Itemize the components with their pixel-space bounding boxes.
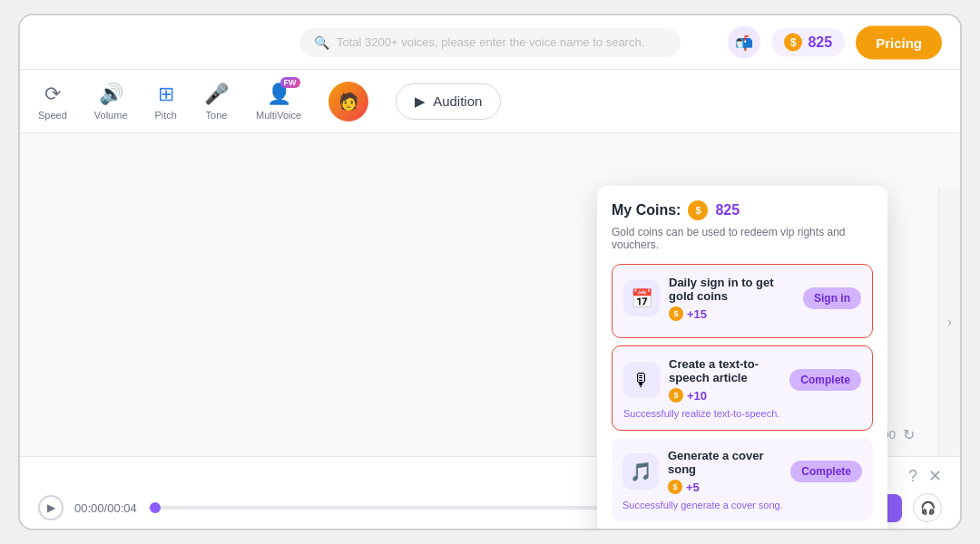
coins-header: My Coins: $ 825 [612, 200, 873, 220]
reward-item-top: 📅 Daily sign in to get gold coins $ +15 … [623, 276, 861, 321]
multivoice-tool[interactable]: 👤 FW MultiVoice [256, 83, 301, 121]
reward-info: Daily sign in to get gold coins $ +15 [669, 276, 794, 321]
reward-coins: $ +5 [668, 480, 781, 494]
reward-coins-amount: +5 [686, 481, 700, 494]
speed-tool[interactable]: ⟳ Speed [38, 83, 67, 121]
small-coin-icon: $ [669, 388, 683, 403]
avatar[interactable]: 🧑 [328, 82, 368, 121]
reward-info: Create a text-to-speech article $ +10 [669, 357, 780, 403]
reward-coins: $ +10 [669, 388, 780, 403]
reward-icon: 🎙 [623, 362, 660, 398]
reward-item: 🎙 Create a text-to-speech article $ +10 … [612, 345, 873, 431]
tone-label: Tone [206, 110, 228, 121]
close-icon[interactable]: ✕ [928, 466, 942, 486]
coins-header-amount: 825 [715, 202, 740, 219]
speed-label: Speed [38, 110, 67, 121]
pitch-label: Pitch [155, 110, 177, 121]
tone-tool[interactable]: 🎤 Tone [204, 83, 229, 121]
time-display: 00:00/00:04 [74, 501, 137, 515]
play-button[interactable]: ▶ [38, 495, 64, 520]
reward-icon: 🎵 [622, 453, 659, 490]
multivoice-icon-wrap: 👤 FW [267, 83, 291, 106]
coins-dropdown: My Coins: $ 825 Gold coins can be used t… [597, 186, 887, 530]
reward-sub-text: Successfully realize text-to-speech. [623, 408, 861, 419]
play-triangle-icon: ▶ [415, 93, 426, 110]
search-bar[interactable]: 🔍 Total 3200+ voices, please enter the v… [299, 28, 681, 57]
reward-title: Daily sign in to get gold coins [669, 276, 794, 303]
coins-desc: Gold coins can be used to redeem vip rig… [612, 226, 873, 251]
top-bar: 🔍 Total 3200+ voices, please enter the v… [20, 15, 960, 70]
voice-settings-icon[interactable]: 🎧 [913, 493, 942, 522]
volume-icon: 🔊 [99, 83, 123, 106]
reward-sub-text: Successfully generate a cover song. [622, 500, 862, 510]
coins-badge[interactable]: $ 825 [771, 28, 845, 57]
reward-action-button[interactable]: Complete [789, 369, 861, 391]
main-area: 0 / 2000 ↻ › My Coins: $ 825 Gold coins … [20, 133, 960, 456]
small-coin-icon: $ [669, 306, 683, 321]
reward-info: Generate a cover song $ +5 [668, 449, 781, 494]
reward-item-top: 🎵 Generate a cover song $ +5 Complete [622, 449, 862, 494]
audition-label: Audition [433, 93, 482, 109]
reward-coins: $ +15 [669, 306, 794, 321]
notification-icon[interactable]: 📬 [728, 26, 760, 59]
coin-icon: $ [784, 34, 802, 52]
reward-action-button[interactable]: Sign in [803, 287, 861, 309]
volume-tool[interactable]: 🔊 Volume [94, 83, 128, 121]
progress-dot [150, 502, 161, 513]
volume-label: Volume [94, 110, 128, 121]
coins-header-icon: $ [688, 200, 708, 220]
search-placeholder: Total 3200+ voices, please enter the voi… [337, 35, 644, 49]
small-coin-icon: $ [668, 480, 682, 494]
search-icon: 🔍 [314, 35, 329, 50]
reward-icon: 📅 [623, 280, 660, 316]
pitch-icon: ⊞ [158, 83, 174, 106]
sidebar-right: › [938, 188, 960, 456]
pricing-button[interactable]: Pricing [856, 25, 942, 59]
multivoice-label: MultiVoice [256, 110, 301, 121]
multivoice-badge: FW [280, 77, 300, 88]
reward-coins-amount: +15 [687, 307, 707, 321]
audition-button[interactable]: ▶ Audition [396, 83, 501, 120]
tone-icon: 🎤 [204, 83, 229, 106]
sidebar-chevron-icon[interactable]: › [947, 315, 952, 329]
pitch-tool[interactable]: ⊞ Pitch [155, 83, 177, 121]
coins-amount: 825 [808, 34, 832, 51]
toolbar: ⟳ Speed 🔊 Volume ⊞ Pitch 🎤 Tone 👤 FW Mul… [20, 70, 960, 133]
reward-list: 📅 Daily sign in to get gold coins $ +15 … [612, 264, 873, 521]
reward-item: 🎵 Generate a cover song $ +5 Complete Su… [612, 438, 873, 521]
reward-title: Create a text-to-speech article [669, 357, 780, 384]
top-bar-right: 📬 $ 825 Pricing [728, 25, 942, 59]
reward-item-top: 🎙 Create a text-to-speech article $ +10 … [623, 357, 861, 403]
reward-item: 📅 Daily sign in to get gold coins $ +15 … [612, 264, 873, 338]
my-coins-label: My Coins: [612, 202, 681, 219]
reward-title: Generate a cover song [668, 449, 781, 476]
reward-coins-amount: +10 [687, 389, 707, 403]
time-current: 00:00 [74, 501, 104, 515]
speed-icon: ⟳ [44, 83, 61, 106]
time-total: 00:04 [107, 501, 137, 515]
reward-action-button[interactable]: Complete [790, 461, 862, 482]
refresh-icon[interactable]: ↻ [903, 426, 915, 443]
help-icon[interactable]: ? [908, 467, 917, 486]
